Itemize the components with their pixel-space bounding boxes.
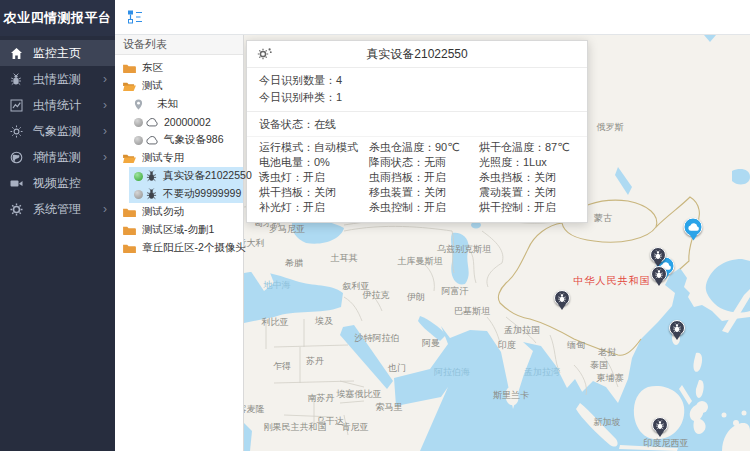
map-label: 意大利 [244, 237, 265, 250]
sidebar-item-system-settings[interactable]: 系统管理 [0, 196, 115, 222]
map-label: 喀麦隆 [244, 403, 265, 416]
map-label: 老挝 [598, 346, 616, 359]
insect-device-marker[interactable] [652, 417, 668, 433]
device-param: 杀虫挡板：关闭 [479, 170, 575, 185]
map-label: 泰国 [590, 359, 608, 372]
tree-item-label: 不要动99999999 [163, 187, 241, 201]
map-label: 索马里 [376, 401, 403, 414]
app-window: 农业四情测报平台 监控主页 虫情监测 虫情统计 气象监测 墒情监测 [0, 0, 750, 451]
sidebar-item-weather-monitor[interactable]: 气象监测 [0, 118, 115, 144]
folder-icon [123, 225, 136, 236]
sea-label: 孟加拉湾 [524, 366, 560, 379]
status-dot-icon [134, 172, 143, 181]
tree-folder[interactable]: 测试区域-勿删1 [115, 221, 243, 239]
device-param: 杀虫仓温度：90℃ [369, 140, 479, 155]
device-param: 杀虫控制：开启 [369, 200, 479, 215]
sidebar-item-soil-monitor[interactable]: 墒情监测 [0, 144, 115, 170]
tree-device-item[interactable]: 未知 [115, 95, 243, 113]
map-label: 利比亚 [262, 316, 289, 329]
device-param: 烘干仓温度：87℃ [479, 140, 575, 155]
country-label-highlight: 中华人民共和国 [574, 274, 651, 288]
location-pin-icon [134, 99, 143, 110]
topbar [115, 0, 750, 35]
tree-folder[interactable]: 东区 [115, 59, 243, 77]
chevron-right-icon [103, 203, 107, 215]
map-label: 斯里兰卡 [493, 389, 529, 402]
tree-folder[interactable]: 测试专用 [115, 149, 243, 167]
tree-device-item[interactable]: 真实设备21022550 [115, 167, 243, 185]
folder-open-icon [123, 153, 136, 164]
tree-folder[interactable]: 测试 [115, 77, 243, 95]
device-info-popup: 真实设备21022550 今日识别数量：4 今日识别种类：1 设备状态：在线 运… [246, 40, 588, 223]
sun-icon [10, 124, 24, 138]
map-label: 罗马尼亚 [269, 223, 305, 236]
device-param: 补光灯：开启 [259, 200, 369, 215]
sea-label: 地中海 [264, 279, 291, 292]
folder-open-icon [123, 81, 136, 92]
weather-device-marker[interactable] [684, 218, 703, 237]
device-tree: 东区测试未知20000002气象设备986测试专用真实设备21022550不要动… [115, 55, 243, 257]
insect-device-marker[interactable] [651, 266, 667, 282]
insect-device-marker[interactable] [650, 247, 666, 263]
map-label: 阿富汗 [442, 285, 469, 298]
tree-item-label: 未知 [157, 97, 178, 111]
map-label: 伊朗 [407, 291, 425, 304]
settings-gear-icon[interactable] [257, 47, 272, 64]
sidebar-item-label: 气象监测 [33, 123, 103, 140]
tree-item-label: 20000002 [164, 116, 211, 128]
map-label: 埃及 [315, 315, 333, 328]
sidebar-item-insect-stats[interactable]: 虫情统计 [0, 92, 115, 118]
device-param: 虫雨挡板：开启 [369, 170, 479, 185]
weather-device-icon [146, 136, 158, 145]
map-label: 缅甸 [567, 339, 585, 352]
tree-device-item[interactable]: 气象设备986 [115, 131, 243, 149]
sidebar-item-label: 监控主页 [33, 45, 103, 62]
sidebar-item-label: 虫情统计 [33, 97, 103, 114]
sidebar-item-monitor-home[interactable]: 监控主页 [0, 40, 115, 66]
status-dot-icon [134, 190, 143, 199]
gear-icon [10, 202, 24, 216]
insect-device-icon [146, 170, 157, 182]
device-param: 光照度：1Lux [479, 155, 575, 170]
globe-icon [10, 150, 24, 164]
sidebar-item-insect-monitor[interactable]: 虫情监测 [0, 66, 115, 92]
insect-device-marker[interactable] [669, 320, 685, 336]
sidebar-item-label: 系统管理 [33, 201, 103, 218]
map-label: 俄罗斯 [597, 121, 624, 134]
device-param: 运行模式：自动模式 [259, 140, 369, 155]
tree-item-label: 东区 [142, 61, 163, 75]
status-dot-icon [134, 118, 143, 127]
device-param: 震动装置：关闭 [479, 185, 575, 200]
chevron-right-icon [103, 73, 107, 85]
map-label: 埃塞俄比亚 [337, 388, 382, 401]
tree-device-item[interactable]: 不要动99999999 [115, 185, 243, 203]
tree-item-label: 测试 [142, 79, 163, 93]
map-label: 印度尼西亚 [644, 437, 689, 450]
map-label: 希腊 [285, 257, 303, 270]
map-label: 阿曼 [422, 337, 440, 350]
tree-folder[interactable]: 章丘阳丘区-2个摄像头 [115, 239, 243, 257]
insect-device-marker[interactable] [554, 290, 570, 306]
tree-item-label: 气象设备986 [164, 133, 224, 147]
tree-item-label: 测试勿动 [142, 205, 184, 219]
tree-item-label: 真实设备21022550 [163, 169, 252, 183]
tree-folder[interactable]: 测试勿动 [115, 203, 243, 221]
map-label: 乌干达 [317, 415, 344, 428]
map-label: 印度 [498, 339, 516, 352]
map-label: 肯尼亚 [342, 421, 369, 434]
sidebar-item-label: 视频监控 [33, 175, 103, 192]
tree-item-label: 章丘阳丘区-2个摄像头 [142, 241, 246, 255]
tree-device-item[interactable]: 20000002 [115, 113, 243, 131]
home-icon [10, 46, 24, 60]
chart-icon [10, 98, 24, 112]
device-status: 设备状态：在线 [247, 112, 587, 137]
bug-icon [10, 72, 24, 86]
map-label: 也门 [388, 362, 406, 375]
tree-toggle-icon[interactable] [127, 9, 143, 25]
folder-icon [123, 243, 136, 254]
sidebar-item-video-monitor[interactable]: 视频监控 [0, 170, 115, 196]
chevron-right-icon [103, 99, 107, 111]
sidebar-menu: 监控主页 虫情监测 虫情统计 气象监测 墒情监测 视频监控 [0, 40, 115, 222]
sidebar: 农业四情测报平台 监控主页 虫情监测 虫情统计 气象监测 墒情监测 [0, 0, 115, 451]
app-title: 农业四情测报平台 [0, 0, 115, 36]
